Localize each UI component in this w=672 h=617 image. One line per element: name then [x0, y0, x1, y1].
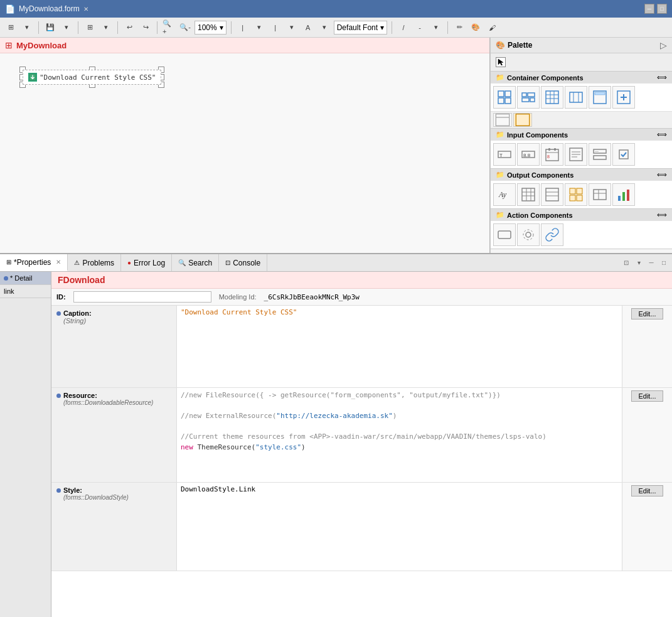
- toolbar-btn-13[interactable]: -: [413, 21, 427, 35]
- svg-rect-55: [577, 195, 582, 201]
- palette-input-collapse[interactable]: ⟺: [657, 131, 667, 139]
- panel-menu-btn[interactable]: ▾: [633, 257, 644, 269]
- palette-item-output-table[interactable]: [517, 183, 540, 206]
- svg-rect-40: [594, 156, 606, 159]
- maximize-button[interactable]: □: [657, 4, 667, 14]
- toolbar-btn-9[interactable]: ▾: [285, 21, 299, 35]
- toolbar-btn-5[interactable]: ▾: [99, 21, 113, 35]
- edit-caption-button[interactable]: Edit...: [631, 308, 663, 319]
- toolbar-btn-15[interactable]: ✏: [452, 21, 466, 35]
- palette-item-link[interactable]: [541, 223, 563, 246]
- redo-button[interactable]: ↪: [139, 21, 152, 35]
- zoom-dropdown-arrow[interactable]: ▾: [220, 23, 223, 32]
- close-tab-icon[interactable]: ✕: [83, 6, 88, 13]
- undo-button[interactable]: ↩: [122, 21, 136, 35]
- tab-properties[interactable]: ⊞ *Properties ✕: [0, 254, 68, 271]
- palette-item-panel[interactable]: [589, 86, 611, 109]
- palette-container-collapse[interactable]: ⟺: [657, 73, 667, 82]
- svg-rect-25: [516, 114, 529, 126]
- palette-section-action-header[interactable]: 📁 Action Components ⟺: [491, 209, 672, 221]
- svg-point-63: [526, 232, 531, 237]
- palette-item-add-container[interactable]: [612, 86, 635, 109]
- palette-item-flow[interactable]: [517, 86, 540, 109]
- toolbar-save-btn[interactable]: 💾: [43, 21, 57, 35]
- svg-rect-49: [546, 188, 558, 201]
- palette-section-input-header[interactable]: 📁 Input Components ⟺: [491, 129, 672, 141]
- tab-console[interactable]: ⊡ Console: [219, 254, 267, 271]
- palette-item-grid[interactable]: [493, 86, 516, 109]
- panel-open-btn[interactable]: ⊡: [621, 257, 632, 269]
- toolbar-btn-16[interactable]: 🎨: [469, 21, 483, 35]
- prop-label-resource: Resource: (forms::DownloadableResource): [51, 388, 177, 482]
- toolbar: ⊞ ▾ 💾 ▾ ⊞ ▾ ↩ ↪ 🔍+ 🔍- 100% ▾ | ▾ | ▾ A ▾…: [0, 18, 672, 38]
- svg-rect-52: [570, 188, 575, 194]
- palette-item-label[interactable]: Ay: [493, 183, 516, 206]
- toolbar-btn-12[interactable]: /: [397, 21, 410, 35]
- download-component[interactable]: "Download Current Style CSS": [23, 70, 161, 85]
- palette-item-textarea[interactable]: [565, 143, 587, 166]
- palette-section-output-header[interactable]: 📁 Output Components ⟺: [491, 169, 672, 181]
- palette-expand-icon[interactable]: ▷: [660, 40, 667, 50]
- toolbar-btn-3[interactable]: ▾: [60, 21, 73, 35]
- toolbar-btn-2[interactable]: ▾: [20, 21, 34, 35]
- panel-maximize-btn[interactable]: □: [658, 257, 669, 269]
- tab-errorlog[interactable]: ● Error Log: [121, 254, 172, 271]
- prop-value-resource[interactable]: //new FileResource({ -> getResource("for…: [177, 388, 622, 482]
- prop-value-style[interactable]: DownloadStyle.Link: [177, 483, 622, 571]
- tab-problems[interactable]: ⚠ Problems: [68, 254, 121, 271]
- palette-item-chart[interactable]: [612, 183, 635, 206]
- svg-rect-54: [570, 195, 575, 201]
- zoom-out-button[interactable]: 🔍-: [178, 21, 192, 35]
- toolbar-btn-4[interactable]: ⊞: [83, 21, 97, 35]
- panel-minimize-btn[interactable]: ─: [646, 257, 657, 269]
- palette-action-collapse[interactable]: ⟺: [657, 211, 667, 219]
- modeling-id-label: Modeling Id:: [219, 293, 257, 301]
- palette-item-settings[interactable]: [517, 223, 540, 246]
- svg-text:T: T: [499, 153, 503, 158]
- palette-item-multifield[interactable]: ···: [589, 143, 611, 166]
- style-value: DownloadStyle.Link: [181, 485, 255, 493]
- svg-rect-62: [498, 231, 511, 239]
- toolbar-btn-14[interactable]: ▾: [429, 21, 443, 35]
- palette-item-button[interactable]: [493, 223, 516, 246]
- toolbar-btn-17[interactable]: 🖌: [485, 21, 499, 35]
- toolbar-btn-1[interactable]: ⊞: [4, 21, 18, 35]
- toolbar-btn-8[interactable]: |: [269, 21, 282, 35]
- prop-label-style: Style: (forms::DownloadStyle): [51, 483, 177, 571]
- font-dropdown[interactable]: Default Font ▾: [334, 21, 387, 35]
- palette-item-responsive[interactable]: [565, 86, 587, 109]
- palette-item-output-grid[interactable]: [565, 183, 587, 206]
- zoom-dropdown[interactable]: 100% ▾: [195, 21, 227, 35]
- svg-rect-60: [622, 192, 625, 201]
- palette-item-textfield[interactable]: T: [493, 143, 516, 166]
- minimize-button[interactable]: ─: [644, 4, 654, 14]
- palette-output-collapse[interactable]: ⟺: [657, 171, 667, 179]
- palette-section-action-label: Action Components: [507, 212, 573, 219]
- palette-item-checkbox[interactable]: [612, 143, 635, 166]
- edit-style-button[interactable]: Edit...: [631, 485, 663, 496]
- tab-problems-label: Problems: [82, 259, 114, 267]
- palette-item-table[interactable]: [541, 86, 563, 109]
- toolbar-btn-7[interactable]: ▾: [252, 21, 266, 35]
- edit-resource-button[interactable]: Edit...: [631, 390, 663, 402]
- palette-section-container-header[interactable]: 📁 Container Components ⟺: [491, 72, 672, 83]
- toolbar-btn-6[interactable]: |: [236, 21, 250, 35]
- palette-item-extra-2[interactable]: [513, 113, 532, 127]
- tab-properties-close[interactable]: ✕: [56, 259, 61, 266]
- palette-item-output-detail[interactable]: [589, 183, 611, 206]
- tab-properties-label: *Properties: [14, 258, 51, 267]
- tab-search[interactable]: 🔍 Search: [172, 254, 219, 271]
- toolbar-btn-11[interactable]: ▾: [317, 21, 331, 35]
- palette-cursor-tool[interactable]: [496, 57, 506, 67]
- id-input[interactable]: [73, 291, 211, 303]
- zoom-in-button[interactable]: 🔍+: [162, 21, 176, 35]
- sidebar-item-detail[interactable]: * Detail: [0, 272, 51, 285]
- toolbar-btn-10[interactable]: A: [301, 21, 315, 35]
- palette-item-output-list[interactable]: [541, 183, 563, 206]
- palette-item-date[interactable]: 8: [541, 143, 563, 166]
- prop-value-caption[interactable]: "Download Current Style CSS": [177, 306, 622, 387]
- palette-item-numeric[interactable]: 8.8: [517, 143, 540, 166]
- sidebar-item-link[interactable]: link: [0, 285, 51, 298]
- font-dropdown-arrow[interactable]: ▾: [380, 23, 384, 32]
- palette-item-extra-1[interactable]: [493, 113, 512, 127]
